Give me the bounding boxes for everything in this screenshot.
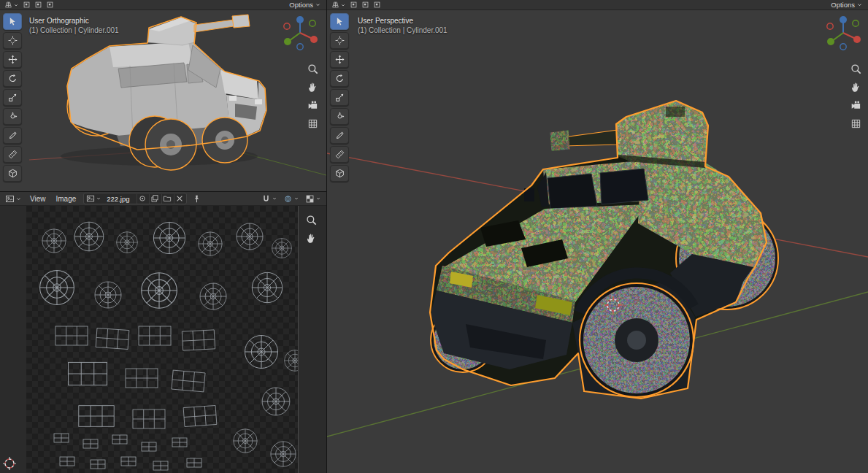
select-box-tool[interactable] xyxy=(330,13,349,30)
pin-button[interactable] xyxy=(191,194,202,204)
vehicle-model-untextured[interactable] xyxy=(61,15,266,170)
scale-tool-icon xyxy=(8,93,18,102)
pan-button[interactable] xyxy=(850,81,862,93)
gizmo-toggle-icon xyxy=(46,1,54,9)
fake-user-button[interactable] xyxy=(137,194,147,204)
camera-view-button[interactable] xyxy=(307,99,319,112)
pin-icon xyxy=(192,194,201,204)
rotate-tool[interactable] xyxy=(330,70,349,87)
gizmo-toggle-icon xyxy=(373,1,381,9)
overlay-toggle-button[interactable] xyxy=(34,1,43,9)
viewport-nav-controls xyxy=(307,63,319,130)
uv-image-editor: View Image 222.jpg xyxy=(0,192,326,473)
gizmo-toggle-button[interactable] xyxy=(45,1,55,9)
shading-toggle-icon xyxy=(350,1,358,9)
shading-toggle-button[interactable] xyxy=(349,1,358,9)
scale-tool[interactable] xyxy=(3,89,22,106)
select-box-tool[interactable] xyxy=(3,13,22,30)
cursor-tool[interactable] xyxy=(330,32,349,49)
new-image-button[interactable] xyxy=(149,194,160,204)
unlink-image-button[interactable] xyxy=(174,194,185,204)
chevron-down-icon xyxy=(856,1,863,8)
open-image-icon xyxy=(163,194,172,203)
pan-button[interactable] xyxy=(305,232,318,245)
uv-canvas[interactable] xyxy=(26,205,299,473)
navigation-gizmo[interactable] xyxy=(823,12,864,53)
browse-image-button[interactable] xyxy=(85,194,102,203)
ortho-toggle-button[interactable] xyxy=(307,118,319,130)
uv-nav-controls xyxy=(305,214,318,245)
cursor-tool[interactable] xyxy=(3,32,22,49)
annotate-tool[interactable] xyxy=(3,127,22,144)
overlay-toggle-icon xyxy=(34,1,42,9)
pan-hand-icon xyxy=(307,82,318,93)
chevron-down-icon xyxy=(315,196,321,201)
rotate-tool[interactable] xyxy=(3,70,22,87)
move-tool-icon xyxy=(335,55,345,64)
display-channels-dropdown[interactable] xyxy=(304,194,322,204)
image-name-field[interactable]: 222.jpg xyxy=(104,195,135,203)
add-cube-tool[interactable] xyxy=(3,165,22,182)
fake-user-icon xyxy=(138,194,147,203)
options-label: Options xyxy=(831,1,855,9)
zoom-icon xyxy=(850,64,861,74)
ortho-toggle-button[interactable] xyxy=(850,118,862,130)
zoom-button[interactable] xyxy=(850,63,862,75)
editor-type-button[interactable] xyxy=(331,1,347,9)
new-image-icon xyxy=(150,194,159,203)
shading-toggle-button[interactable] xyxy=(22,1,31,9)
transform-tool[interactable] xyxy=(330,108,349,125)
viewport-perspective: Options User Perspective (1) Collection … xyxy=(327,0,868,473)
measure-tool[interactable] xyxy=(3,146,22,163)
menu-view[interactable]: View xyxy=(27,195,49,203)
select-box-tool-icon xyxy=(8,17,18,26)
camera-view-button[interactable] xyxy=(850,99,862,112)
transform-tool-icon xyxy=(8,112,18,121)
add-cube-tool[interactable] xyxy=(330,165,349,182)
snap-magnet-icon xyxy=(261,194,271,204)
editor-type-button[interactable] xyxy=(4,1,20,9)
select-box-tool-icon xyxy=(335,17,345,26)
gizmo-toggle-button[interactable] xyxy=(372,1,382,9)
3d-viewport-canvas-left[interactable] xyxy=(0,0,326,191)
zoom-button[interactable] xyxy=(307,63,319,75)
cursor-tool-icon xyxy=(335,36,345,45)
options-dropdown[interactable]: Options xyxy=(831,1,864,9)
image-datablock-widget: 222.jpg xyxy=(83,193,187,204)
transform-tool[interactable] xyxy=(3,108,22,125)
annotate-tool[interactable] xyxy=(330,127,349,144)
add-cube-tool-icon xyxy=(8,169,18,178)
3d-viewport-canvas-right[interactable] xyxy=(327,10,868,473)
navigation-gizmo[interactable] xyxy=(280,12,320,53)
move-tool[interactable] xyxy=(330,51,349,68)
menu-image[interactable]: Image xyxy=(53,195,80,203)
options-label: Options xyxy=(289,1,313,9)
uv-editor-header: View Image 222.jpg xyxy=(0,192,326,206)
transform-tool-icon xyxy=(335,112,345,121)
scale-tool[interactable] xyxy=(330,89,349,106)
display-shading-dropdown[interactable] xyxy=(283,194,300,204)
chevron-down-icon xyxy=(15,196,22,202)
ortho-grid-icon xyxy=(850,118,861,129)
camera-view-icon xyxy=(850,100,861,111)
zoom-icon xyxy=(306,215,317,226)
options-dropdown[interactable]: Options xyxy=(289,1,323,9)
chevron-down-icon xyxy=(13,2,19,8)
pan-hand-icon xyxy=(306,233,317,244)
pan-button[interactable] xyxy=(307,81,319,93)
uv-wireframe xyxy=(26,206,298,473)
chevron-down-icon xyxy=(340,2,346,8)
toolbar xyxy=(330,13,349,182)
editor-type-button[interactable] xyxy=(4,194,23,204)
measure-tool[interactable] xyxy=(330,146,349,163)
snap-dropdown[interactable] xyxy=(261,194,278,204)
vehicle-model-textured[interactable] xyxy=(430,101,778,399)
chevron-down-icon xyxy=(315,1,321,8)
overlay-toggle-button[interactable] xyxy=(361,1,370,9)
rotate-tool-icon xyxy=(335,74,345,83)
move-tool[interactable] xyxy=(3,51,22,68)
open-image-button[interactable] xyxy=(161,194,172,204)
measure-tool-icon xyxy=(335,150,345,159)
unlink-image-icon xyxy=(175,194,184,203)
zoom-button[interactable] xyxy=(305,214,318,226)
